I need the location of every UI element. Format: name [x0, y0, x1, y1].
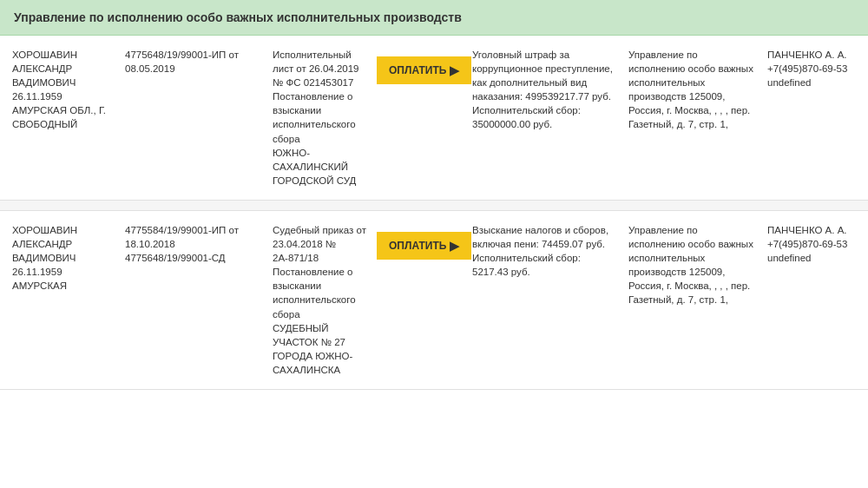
pay-button[interactable]: ОПЛАТИТЬ▶: [377, 56, 471, 84]
page-wrapper: Управление по исполнению особо важных ис…: [0, 0, 868, 488]
pay-cell: ОПЛАТИТЬ▶: [372, 44, 467, 88]
debtor-cell: ХОРОШАВИН АЛЕКСАНДР ВАДИМОВИЧ 26.11.1959…: [7, 44, 120, 135]
pay-arrow-icon: ▶: [450, 63, 459, 77]
officer-cell: ПАНЧЕНКО А. А. +7(495)870-69-53 undefine…: [762, 44, 866, 93]
pay-button[interactable]: ОПЛАТИТЬ▶: [377, 232, 471, 260]
pay-arrow-icon: ▶: [450, 239, 459, 253]
debtor-cell: ХОРОШАВИН АЛЕКСАНДР ВАДИМОВИЧ 26.11.1959…: [7, 220, 120, 296]
documents-cell: Судебный приказ от 23.04.2018 № 2А-871/1…: [267, 220, 372, 380]
documents-cell: Исполнительный лист от 26.04.2019 № ФС 0…: [267, 44, 372, 191]
pay-cell: ОПЛАТИТЬ▶: [372, 220, 467, 263]
pay-label: ОПЛАТИТЬ: [389, 240, 446, 252]
department-cell: Управление по исполнению особо важных ис…: [623, 220, 762, 311]
case-number-cell: 4775648/19/99001-ИП от 08.05.2019: [120, 44, 267, 79]
page-title: Управление по исполнению особо важных ис…: [14, 10, 462, 24]
case-number-cell: 4775584/19/99001-ИП от 18.10.2018 477564…: [120, 220, 267, 268]
amount-cell: Взыскание налогов и сборов, включая пени…: [467, 220, 623, 282]
department-cell: Управление по исполнению особо важных ис…: [623, 44, 762, 135]
amount-cell: Уголовный штраф за коррупционное преступ…: [467, 44, 623, 135]
header-bar: Управление по исполнению особо важных ис…: [0, 0, 868, 36]
table-row: ХОРОШАВИН АЛЕКСАНДР ВАДИМОВИЧ 26.11.1959…: [0, 36, 868, 201]
data-table: ХОРОШАВИН АЛЕКСАНДР ВАДИМОВИЧ 26.11.1959…: [0, 36, 868, 390]
officer-cell: ПАНЧЕНКО А. А. +7(495)870-69-53 undefine…: [762, 220, 866, 268]
pay-label: ОПЛАТИТЬ: [389, 64, 446, 76]
row-divider: [0, 201, 868, 211]
table-row: ХОРОШАВИН АЛЕКСАНДР ВАДИМОВИЧ 26.11.1959…: [0, 211, 868, 390]
